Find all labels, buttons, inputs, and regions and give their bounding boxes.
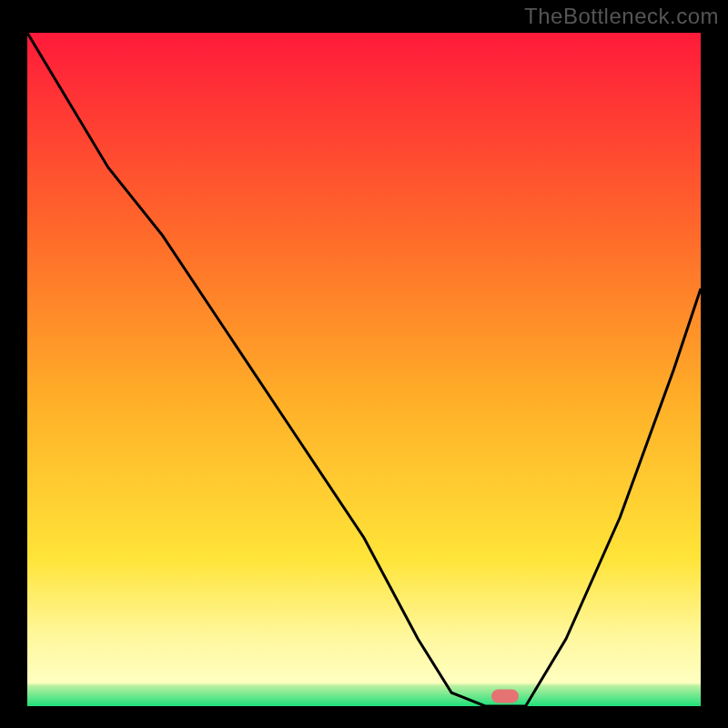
gradient-background: [27, 33, 701, 706]
svg-rect-0: [27, 33, 701, 706]
curve-path: [27, 33, 701, 706]
watermark-text: TheBottleneck.com: [524, 4, 719, 29]
plot-area: [27, 33, 701, 706]
chart-frame: TheBottleneck.com: [0, 0, 728, 728]
optimal-marker: [491, 689, 519, 703]
bottleneck-curve: [27, 33, 701, 706]
